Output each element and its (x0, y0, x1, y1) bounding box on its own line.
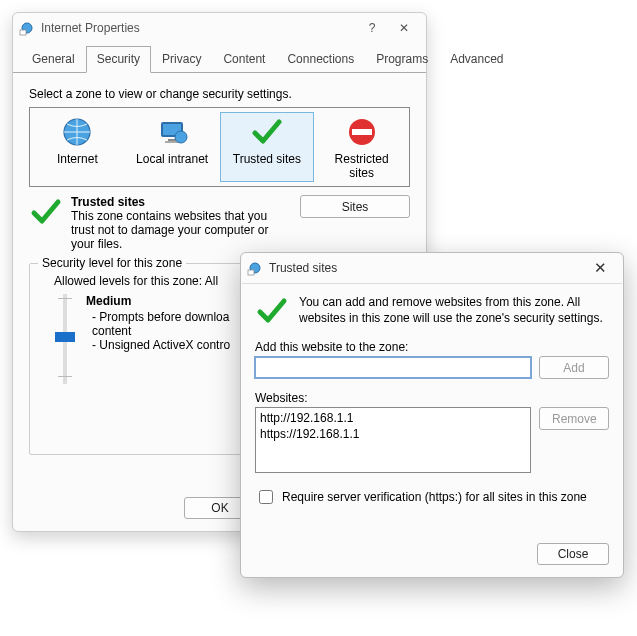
restricted-icon (314, 114, 409, 150)
internet-options-icon (247, 260, 263, 276)
svg-rect-5 (168, 139, 176, 141)
ts-footer: Close (537, 543, 609, 565)
require-https-row[interactable]: Require server verification (https:) for… (255, 487, 609, 507)
close-dialog-button[interactable]: Close (537, 543, 609, 565)
sites-button-wrap: Sites (300, 195, 410, 251)
tab-privacy[interactable]: Privacy (151, 46, 212, 73)
ts-titlebar: Trusted sites ✕ (241, 253, 623, 283)
remove-button[interactable]: Remove (539, 407, 609, 430)
zone-label2: sites (314, 166, 409, 180)
checkmark-icon (255, 294, 289, 328)
zone-local-intranet[interactable]: Local intranet (125, 112, 220, 182)
ts-intro: You can add and remove websites from thi… (255, 294, 609, 328)
tab-programs[interactable]: Programs (365, 46, 439, 73)
svg-point-7 (175, 131, 187, 143)
slider-description: Medium - Prompts before downloa content … (86, 294, 230, 384)
add-website-input[interactable] (255, 357, 531, 378)
tab-advanced[interactable]: Advanced (439, 46, 514, 73)
zone-desc-body: This zone contains websites that you tru… (71, 209, 271, 251)
svg-rect-11 (248, 270, 254, 275)
add-website-label: Add this website to the zone: (255, 340, 609, 354)
zone-list: Internet Local intranet Trusted sites Re… (29, 107, 410, 187)
list-item[interactable]: http://192.168.1.1 (260, 410, 526, 426)
zone-description-text: Trusted sites This zone contains website… (71, 195, 292, 251)
list-item[interactable]: https://192.168.1.1 (260, 426, 526, 442)
svg-rect-9 (352, 129, 372, 135)
close-button[interactable]: ✕ (583, 256, 617, 280)
security-slider[interactable] (54, 294, 76, 384)
ts-body: You can add and remove websites from thi… (241, 284, 623, 517)
slider-thumb[interactable] (55, 332, 75, 342)
zone-label: Local intranet (125, 152, 220, 166)
zone-desc-title: Trusted sites (71, 195, 292, 209)
intranet-icon (125, 114, 220, 150)
websites-row: http://192.168.1.1 https://192.168.1.1 R… (255, 407, 609, 473)
zone-instruction: Select a zone to view or change security… (29, 87, 410, 101)
websites-list[interactable]: http://192.168.1.1 https://192.168.1.1 (255, 407, 531, 473)
globe-icon (30, 114, 125, 150)
tab-general[interactable]: General (21, 46, 86, 73)
zone-label: Trusted sites (220, 152, 315, 166)
close-button[interactable]: ✕ (388, 17, 420, 39)
trusted-sites-dialog: Trusted sites ✕ You can add and remove w… (240, 252, 624, 578)
zone-label: Restricted (314, 152, 409, 166)
level-line: - Unsigned ActiveX contro (92, 338, 230, 352)
sites-button[interactable]: Sites (300, 195, 410, 218)
internet-options-icon (19, 20, 35, 36)
zone-trusted-sites[interactable]: Trusted sites (220, 112, 315, 182)
websites-label: Websites: (255, 391, 609, 405)
level-name: Medium (86, 294, 230, 308)
help-button[interactable]: ? (356, 17, 388, 39)
svg-rect-1 (20, 30, 26, 35)
level-line: content (92, 324, 230, 338)
tabstrip: General Security Privacy Content Connect… (13, 45, 426, 73)
level-line: - Prompts before downloa (92, 310, 230, 324)
tab-content[interactable]: Content (212, 46, 276, 73)
ip-title: Internet Properties (41, 21, 356, 35)
ts-title: Trusted sites (269, 261, 583, 275)
zone-description-row: Trusted sites This zone contains website… (29, 195, 410, 251)
checkmark-icon (29, 195, 63, 251)
add-website-row: Add (255, 356, 609, 379)
zone-restricted-sites[interactable]: Restricted sites (314, 112, 409, 182)
tab-connections[interactable]: Connections (276, 46, 365, 73)
security-level-legend: Security level for this zone (38, 256, 186, 270)
add-button[interactable]: Add (539, 356, 609, 379)
zone-internet[interactable]: Internet (30, 112, 125, 182)
checkmark-icon (220, 114, 315, 150)
ts-intro-text: You can add and remove websites from thi… (299, 294, 609, 328)
zone-label: Internet (30, 152, 125, 166)
ip-titlebar: Internet Properties ? ✕ (13, 13, 426, 43)
tab-security[interactable]: Security (86, 46, 151, 73)
require-https-label: Require server verification (https:) for… (282, 490, 587, 504)
require-https-checkbox[interactable] (259, 490, 273, 504)
